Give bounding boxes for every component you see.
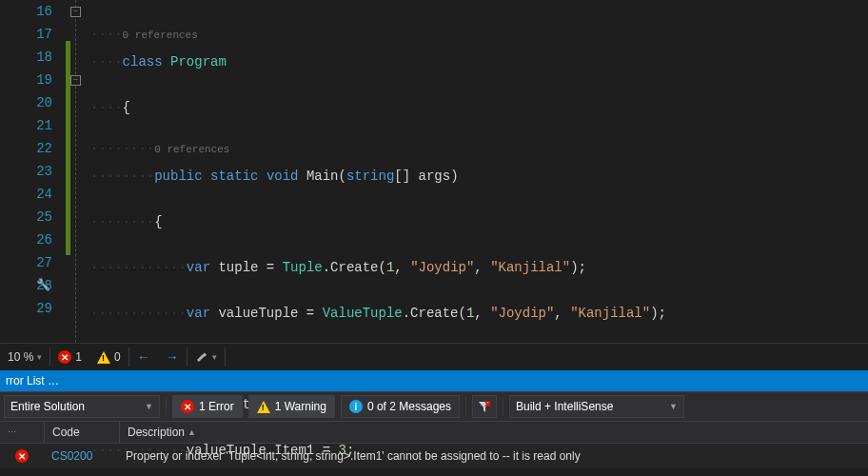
- col-code[interactable]: Code: [45, 422, 120, 443]
- warning-icon: [257, 401, 270, 413]
- error-icon: ✕: [181, 400, 194, 413]
- sort-asc-icon: ▲: [187, 427, 196, 437]
- chevron-down-icon: ▼: [145, 402, 153, 411]
- scope-dropdown[interactable]: Entire Solution▼: [4, 395, 160, 418]
- outlining-margin[interactable]: − −: [73, 0, 90, 343]
- nav-forward-icon[interactable]: →: [158, 349, 187, 365]
- errors-filter-button[interactable]: ✕1 Error: [172, 395, 243, 418]
- error-icon: ✕: [15, 449, 29, 463]
- clear-filter-button[interactable]: [472, 395, 497, 418]
- line-number-gutter: 161718 192021 222324 252627 28🔧 29: [0, 0, 64, 343]
- error-list-header[interactable]: ⋯ Code Description ▲: [0, 422, 868, 444]
- error-icon: ✕: [58, 350, 71, 364]
- fold-toggle-method[interactable]: −: [70, 75, 81, 86]
- zoom-level[interactable]: 10 % ▾: [0, 350, 49, 364]
- info-icon: i: [349, 400, 363, 413]
- chevron-down-icon: ▼: [669, 402, 678, 411]
- quick-action-icon[interactable]: 🔧: [36, 274, 50, 297]
- codelens-references[interactable]: 0 references: [123, 30, 198, 41]
- messages-filter-button[interactable]: i0 of 2 Messages: [341, 395, 460, 418]
- col-icon[interactable]: ⋯: [0, 422, 45, 443]
- error-description: Property or indexer 'Tuple<int, string, …: [118, 449, 868, 463]
- code-area[interactable]: ····0 references ····class Program ····{…: [90, 0, 868, 343]
- error-count[interactable]: ✕1: [50, 350, 89, 364]
- codelens-references[interactable]: 0 references: [154, 144, 229, 155]
- code-editor[interactable]: 161718 192021 222324 252627 28🔧 29 − − ·…: [0, 0, 868, 343]
- warning-icon: [97, 351, 110, 364]
- fold-toggle-class[interactable]: −: [70, 7, 81, 17]
- mode-dropdown[interactable]: Build + IntelliSense▼: [509, 395, 684, 418]
- warnings-filter-button[interactable]: 1 Warning: [248, 395, 335, 418]
- error-code-link[interactable]: CS0200: [44, 449, 118, 463]
- warning-count[interactable]: 0: [89, 350, 128, 364]
- change-margin: [64, 0, 73, 343]
- brush-icon[interactable]: ▾: [187, 350, 225, 364]
- filter-clear-icon: [478, 400, 491, 413]
- nav-back-icon[interactable]: ←: [129, 349, 158, 365]
- col-description[interactable]: Description ▲: [120, 422, 868, 443]
